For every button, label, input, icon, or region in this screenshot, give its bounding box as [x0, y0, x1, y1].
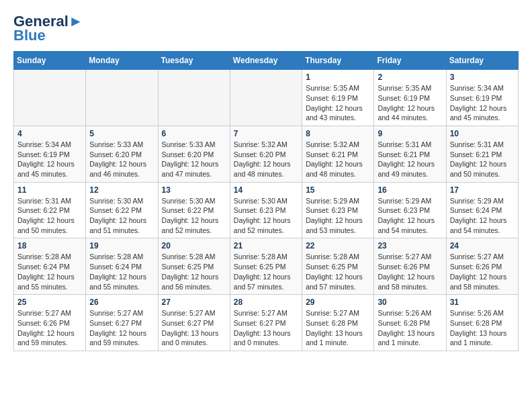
calendar-cell: 30Sunrise: 5:26 AM Sunset: 6:28 PM Dayli… [374, 295, 446, 351]
day-number: 17 [450, 185, 515, 195]
day-info: Sunrise: 5:30 AM Sunset: 6:22 PM Dayligh… [89, 196, 154, 236]
calendar-cell: 4Sunrise: 5:34 AM Sunset: 6:19 PM Daylig… [14, 126, 86, 182]
calendar-header-row: SundayMondayTuesdayWednesdayThursdayFrid… [14, 52, 519, 70]
calendar-cell: 23Sunrise: 5:27 AM Sunset: 6:26 PM Dayli… [374, 238, 446, 295]
day-info: Sunrise: 5:26 AM Sunset: 6:28 PM Dayligh… [378, 308, 442, 348]
day-info: Sunrise: 5:30 AM Sunset: 6:22 PM Dayligh… [162, 196, 226, 236]
calendar-cell: 21Sunrise: 5:28 AM Sunset: 6:25 PM Dayli… [230, 238, 302, 295]
weekday-header-saturday: Saturday [446, 52, 518, 70]
day-info: Sunrise: 5:35 AM Sunset: 6:19 PM Dayligh… [306, 83, 370, 123]
day-info: Sunrise: 5:33 AM Sunset: 6:20 PM Dayligh… [89, 140, 154, 179]
day-info: Sunrise: 5:27 AM Sunset: 6:26 PM Dayligh… [450, 252, 515, 291]
calendar-week-row: 4Sunrise: 5:34 AM Sunset: 6:19 PM Daylig… [14, 126, 519, 182]
day-info: Sunrise: 5:32 AM Sunset: 6:20 PM Dayligh… [234, 140, 298, 179]
day-number: 21 [234, 241, 298, 250]
logo: General► Blue [13, 13, 83, 44]
weekday-header-monday: Monday [86, 52, 158, 70]
calendar-cell: 2Sunrise: 5:35 AM Sunset: 6:19 PM Daylig… [374, 70, 446, 126]
day-info: Sunrise: 5:34 AM Sunset: 6:19 PM Dayligh… [17, 140, 82, 179]
day-number: 15 [306, 185, 370, 195]
calendar-cell: 17Sunrise: 5:29 AM Sunset: 6:24 PM Dayli… [446, 182, 518, 238]
calendar-cell: 20Sunrise: 5:28 AM Sunset: 6:25 PM Dayli… [158, 238, 230, 295]
day-info: Sunrise: 5:34 AM Sunset: 6:19 PM Dayligh… [450, 83, 515, 123]
day-info: Sunrise: 5:28 AM Sunset: 6:24 PM Dayligh… [89, 252, 154, 291]
day-info: Sunrise: 5:29 AM Sunset: 6:23 PM Dayligh… [378, 196, 442, 236]
calendar-cell [14, 70, 86, 126]
day-number: 5 [89, 129, 154, 138]
calendar-cell: 16Sunrise: 5:29 AM Sunset: 6:23 PM Dayli… [374, 182, 446, 238]
day-number: 2 [378, 73, 442, 82]
day-number: 25 [17, 298, 82, 307]
day-info: Sunrise: 5:27 AM Sunset: 6:27 PM Dayligh… [89, 308, 154, 348]
calendar-cell: 19Sunrise: 5:28 AM Sunset: 6:24 PM Dayli… [86, 238, 158, 295]
calendar-cell: 27Sunrise: 5:27 AM Sunset: 6:27 PM Dayli… [158, 295, 230, 351]
day-number: 4 [17, 129, 82, 138]
calendar-cell: 11Sunrise: 5:31 AM Sunset: 6:22 PM Dayli… [14, 182, 86, 238]
calendar-cell: 7Sunrise: 5:32 AM Sunset: 6:20 PM Daylig… [230, 126, 302, 182]
day-number: 26 [89, 298, 154, 307]
calendar-table: SundayMondayTuesdayWednesdayThursdayFrid… [13, 51, 519, 351]
calendar-cell: 13Sunrise: 5:30 AM Sunset: 6:22 PM Dayli… [158, 182, 230, 238]
calendar-cell [86, 70, 158, 126]
page-header: General► Blue [13, 13, 519, 44]
day-number: 18 [17, 241, 82, 250]
day-info: Sunrise: 5:31 AM Sunset: 6:21 PM Dayligh… [450, 140, 515, 179]
day-info: Sunrise: 5:35 AM Sunset: 6:19 PM Dayligh… [378, 83, 442, 123]
logo-blue: Blue [13, 27, 46, 44]
day-info: Sunrise: 5:27 AM Sunset: 6:28 PM Dayligh… [306, 308, 370, 348]
logo-bird-icon: ► [69, 13, 83, 30]
calendar-cell: 24Sunrise: 5:27 AM Sunset: 6:26 PM Dayli… [446, 238, 518, 295]
day-number: 19 [89, 241, 154, 250]
day-info: Sunrise: 5:31 AM Sunset: 6:22 PM Dayligh… [17, 196, 82, 236]
calendar-cell [230, 70, 302, 126]
calendar-cell: 18Sunrise: 5:28 AM Sunset: 6:24 PM Dayli… [14, 238, 86, 295]
day-number: 16 [378, 185, 442, 195]
day-number: 14 [234, 185, 298, 195]
day-number: 28 [234, 298, 298, 307]
day-number: 7 [234, 129, 298, 138]
day-number: 10 [450, 129, 515, 138]
day-number: 30 [378, 298, 442, 307]
day-number: 9 [378, 129, 442, 138]
weekday-header-wednesday: Wednesday [230, 52, 302, 70]
day-info: Sunrise: 5:28 AM Sunset: 6:24 PM Dayligh… [17, 252, 82, 291]
day-info: Sunrise: 5:30 AM Sunset: 6:23 PM Dayligh… [234, 196, 298, 236]
calendar-cell: 31Sunrise: 5:26 AM Sunset: 6:28 PM Dayli… [446, 295, 518, 351]
day-info: Sunrise: 5:28 AM Sunset: 6:25 PM Dayligh… [234, 252, 298, 291]
calendar-week-row: 11Sunrise: 5:31 AM Sunset: 6:22 PM Dayli… [14, 182, 519, 238]
day-number: 8 [306, 129, 370, 138]
day-number: 23 [378, 241, 442, 250]
day-number: 20 [162, 241, 226, 250]
calendar-cell: 1Sunrise: 5:35 AM Sunset: 6:19 PM Daylig… [302, 70, 374, 126]
calendar-cell: 8Sunrise: 5:32 AM Sunset: 6:21 PM Daylig… [302, 126, 374, 182]
calendar-cell: 26Sunrise: 5:27 AM Sunset: 6:27 PM Dayli… [86, 295, 158, 351]
calendar-cell: 12Sunrise: 5:30 AM Sunset: 6:22 PM Dayli… [86, 182, 158, 238]
weekday-header-sunday: Sunday [14, 52, 86, 70]
calendar-cell: 15Sunrise: 5:29 AM Sunset: 6:23 PM Dayli… [302, 182, 374, 238]
day-number: 12 [89, 185, 154, 195]
calendar-week-row: 1Sunrise: 5:35 AM Sunset: 6:19 PM Daylig… [14, 70, 519, 126]
calendar-cell: 25Sunrise: 5:27 AM Sunset: 6:26 PM Dayli… [14, 295, 86, 351]
calendar-cell: 10Sunrise: 5:31 AM Sunset: 6:21 PM Dayli… [446, 126, 518, 182]
calendar-cell: 5Sunrise: 5:33 AM Sunset: 6:20 PM Daylig… [86, 126, 158, 182]
day-number: 22 [306, 241, 370, 250]
day-info: Sunrise: 5:27 AM Sunset: 6:27 PM Dayligh… [162, 308, 226, 348]
day-info: Sunrise: 5:27 AM Sunset: 6:27 PM Dayligh… [234, 308, 298, 348]
calendar-cell: 9Sunrise: 5:31 AM Sunset: 6:21 PM Daylig… [374, 126, 446, 182]
day-number: 11 [17, 185, 82, 195]
calendar-week-row: 25Sunrise: 5:27 AM Sunset: 6:26 PM Dayli… [14, 295, 519, 351]
day-info: Sunrise: 5:29 AM Sunset: 6:23 PM Dayligh… [306, 196, 370, 236]
day-info: Sunrise: 5:29 AM Sunset: 6:24 PM Dayligh… [450, 196, 515, 236]
day-info: Sunrise: 5:32 AM Sunset: 6:21 PM Dayligh… [306, 140, 370, 179]
calendar-week-row: 18Sunrise: 5:28 AM Sunset: 6:24 PM Dayli… [14, 238, 519, 295]
calendar-cell: 6Sunrise: 5:33 AM Sunset: 6:20 PM Daylig… [158, 126, 230, 182]
weekday-header-thursday: Thursday [302, 52, 374, 70]
day-info: Sunrise: 5:31 AM Sunset: 6:21 PM Dayligh… [378, 140, 442, 179]
weekday-header-friday: Friday [374, 52, 446, 70]
day-number: 29 [306, 298, 370, 307]
day-number: 6 [162, 129, 226, 138]
day-info: Sunrise: 5:26 AM Sunset: 6:28 PM Dayligh… [450, 308, 515, 348]
calendar-cell: 22Sunrise: 5:28 AM Sunset: 6:25 PM Dayli… [302, 238, 374, 295]
day-info: Sunrise: 5:27 AM Sunset: 6:26 PM Dayligh… [17, 308, 82, 348]
calendar-cell: 29Sunrise: 5:27 AM Sunset: 6:28 PM Dayli… [302, 295, 374, 351]
